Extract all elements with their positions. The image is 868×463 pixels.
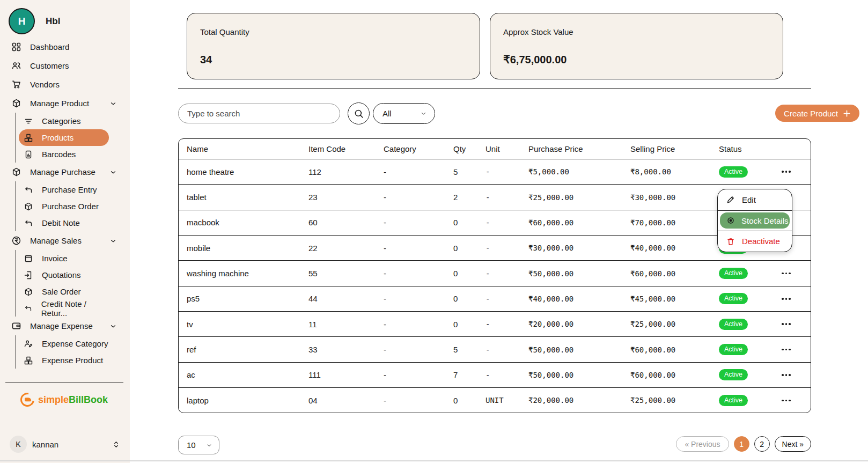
cell-item-code: 22 (300, 244, 376, 253)
page-button-2[interactable]: 2 (754, 436, 770, 452)
row-actions-button[interactable] (762, 273, 811, 275)
sidebar-item-label: Dashboard (30, 42, 117, 52)
sidebar-item-credit-note[interactable]: Credit Note / Retur... (19, 300, 109, 317)
sidebar-group-manage-sales[interactable]: Manage Sales (0, 231, 130, 250)
cell-category: - (376, 269, 445, 278)
cell-purchase-price: ₹5,000.00 (520, 167, 622, 176)
menu-item-stock-details[interactable]: Stock Details (718, 210, 792, 231)
sidebar-item-expense-category[interactable]: Expense Category (19, 335, 109, 352)
total-quantity-card: Total Quantity 34 (187, 13, 480, 79)
cart-icon (12, 80, 21, 89)
menu-item-edit[interactable]: Edit (718, 189, 792, 210)
cell-status: Active (711, 369, 762, 380)
page-button-1[interactable]: 1 (734, 436, 749, 452)
cell-selling-price: ₹60,000.00 (622, 371, 711, 379)
menu-item-label: Stock Details (741, 216, 789, 225)
cell-selling-price: ₹45,000.00 (622, 295, 711, 303)
ellipsis-icon (782, 349, 791, 351)
cell-status: Active (711, 268, 762, 279)
row-actions-button[interactable] (762, 349, 811, 351)
filter-icon (24, 117, 33, 126)
filter-select[interactable]: All (373, 103, 435, 124)
wallet-icon (12, 321, 21, 330)
chevron-down-icon (420, 110, 427, 117)
cell-category: - (376, 294, 445, 303)
cell-unit: - (477, 218, 520, 227)
next-page-button[interactable]: Next » (775, 436, 811, 452)
previous-page-button[interactable]: « Previous (676, 436, 729, 452)
return-arrow-icon (24, 219, 33, 227)
menu-item-deactivate[interactable]: Deactivate (718, 231, 792, 252)
sidebar-item-expense-product[interactable]: Expense Product (19, 352, 109, 369)
sidebar-group-manage-purchase[interactable]: Manage Purchase (0, 163, 130, 181)
logo-text: simpleBillBook (38, 394, 108, 406)
cell-selling-price: ₹40,000.00 (622, 244, 711, 252)
sidebar-item-sale-order[interactable]: Sale Order (19, 283, 109, 300)
cell-unit: - (477, 193, 520, 202)
sidebar-item-label: Debit Note (42, 218, 80, 227)
status-badge: Active (719, 166, 748, 178)
ellipsis-icon (782, 171, 791, 173)
search-button[interactable] (348, 102, 370, 124)
workspace-avatar: H (9, 8, 35, 34)
sidebar-item-debit-note[interactable]: Debit Note (19, 215, 109, 231)
sidebar-item-quotations[interactable]: Quotations (19, 267, 109, 283)
updown-chevron-icon (112, 440, 120, 449)
sidebar-group-manage-product[interactable]: Manage Product (0, 94, 130, 113)
ellipsis-icon (782, 374, 791, 376)
sidebar-item-customers[interactable]: Customers (0, 56, 130, 75)
package-icon (24, 202, 33, 211)
sidebar-item-invoice[interactable]: Invoice (19, 250, 109, 267)
sidebar-item-products[interactable]: Products (19, 129, 109, 146)
row-actions-button[interactable] (762, 171, 811, 173)
cell-qty: 5 (445, 167, 477, 177)
create-product-button[interactable]: Create Product (775, 105, 859, 122)
table-header-row: Name Item Code Category Qty Unit Purchas… (179, 139, 811, 159)
sidebar-item-barcodes[interactable]: Barcodes (19, 146, 109, 163)
user-menu[interactable]: K kannan (10, 436, 120, 453)
sidebar-item-purchase-order[interactable]: Purchase Order (19, 198, 109, 215)
menu-highlight: Stock Details (720, 212, 790, 229)
cell-purchase-price: ₹50,000.00 (520, 269, 622, 278)
chevron-down-icon (109, 168, 117, 176)
row-actions-button[interactable] (762, 298, 811, 300)
row-actions-button[interactable] (762, 323, 811, 325)
cell-purchase-price: ₹50,000.00 (520, 346, 622, 354)
app-root: H Hbl Dashboard Customers Vendors Manage… (0, 0, 868, 463)
sidebar-item-purchase-entry[interactable]: Purchase Entry (19, 181, 109, 198)
menu-item-label: Edit (742, 195, 756, 204)
cell-purchase-price: ₹60,000.00 (520, 218, 622, 227)
cell-selling-price: ₹60,000.00 (622, 269, 711, 278)
user-name: kannan (32, 440, 107, 449)
sidebar-item-label: Credit Note / Retur... (41, 299, 109, 318)
page-size-select[interactable]: 10 (178, 436, 219, 454)
workspace-header[interactable]: H Hbl (9, 8, 60, 34)
row-actions-button[interactable] (762, 400, 811, 402)
sidebar-group-manage-expense[interactable]: Manage Expense (0, 317, 130, 335)
cell-item-code: 23 (300, 193, 376, 202)
sidebar-item-categories[interactable]: Categories (19, 113, 109, 129)
cell-unit: - (477, 269, 520, 278)
cell-qty: 0 (445, 320, 477, 329)
boxes-icon (24, 134, 33, 142)
cell-selling-price: ₹60,000.00 (622, 346, 711, 354)
return-arrow-icon (24, 304, 32, 313)
cell-name: home theatre (179, 167, 300, 177)
pencil-icon (726, 195, 735, 204)
user-avatar: K (10, 436, 27, 453)
bottom-scroll-track[interactable] (0, 460, 868, 461)
search-input[interactable] (178, 104, 340, 123)
dashboard-icon (12, 42, 21, 52)
cell-item-code: 112 (300, 167, 376, 177)
cell-item-code: 04 (300, 396, 376, 405)
row-actions-button[interactable] (762, 374, 811, 376)
sidebar-item-vendors[interactable]: Vendors (0, 75, 130, 94)
search-icon (354, 109, 364, 119)
card-label: Total Quantity (200, 27, 467, 36)
sidebar-item-dashboard[interactable]: Dashboard (0, 38, 130, 56)
header-unit: Unit (477, 144, 520, 153)
chevron-down-icon (206, 442, 212, 449)
status-badge: Active (719, 293, 748, 304)
plus-icon (843, 109, 851, 117)
table-row: tv 11 - 0 - ₹20,000.00 ₹25,000.00 Active (179, 311, 811, 336)
